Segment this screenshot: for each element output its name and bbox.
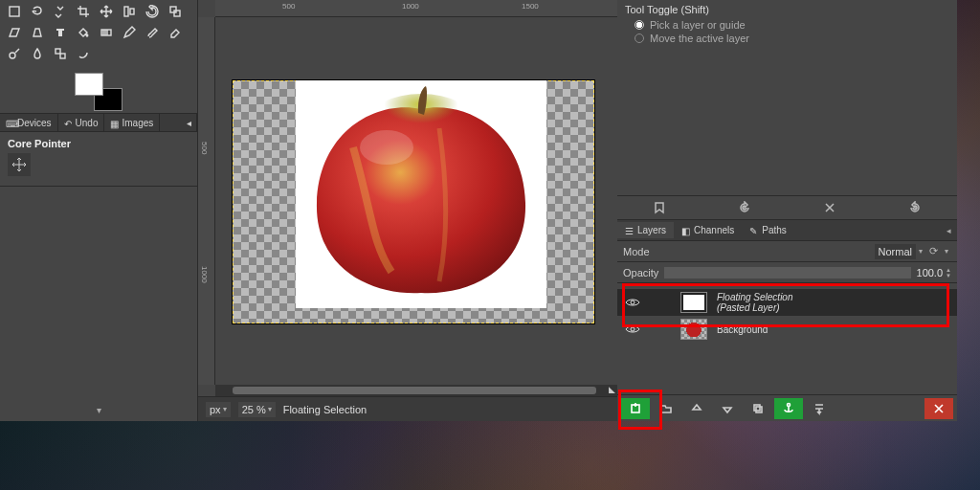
svg-rect-15: [756, 407, 762, 412]
channels-tab-label: Channels: [694, 225, 734, 235]
anchor-layer-button[interactable]: [774, 398, 803, 419]
delete-preset-button[interactable]: [788, 196, 873, 219]
layer-thumbnail[interactable]: [680, 319, 707, 340]
core-pointer-label: Core Pointer: [8, 138, 189, 149]
opacity-slider[interactable]: [664, 267, 910, 278]
save-preset-button[interactable]: [617, 196, 702, 219]
layer-row-background[interactable]: Background: [617, 316, 957, 343]
chevron-down-icon: ▾: [916, 247, 925, 256]
opacity-row: Opacity 100.0 ▲▼: [617, 262, 957, 283]
vertical-ruler[interactable]: 500 1000: [198, 17, 215, 385]
move-tool[interactable]: [96, 2, 117, 21]
tool-options: Tool Toggle (Shift) Pick a layer or guid…: [617, 0, 957, 54]
channels-icon: ◧: [681, 226, 691, 235]
layer-thumbnail[interactable]: [680, 292, 707, 313]
zoom-value: 25 %: [242, 404, 266, 415]
move-active-radio[interactable]: Move the active layer: [635, 33, 949, 44]
svg-rect-14: [754, 405, 760, 411]
visibility-toggle[interactable]: [623, 297, 642, 308]
eraser-tool[interactable]: [165, 23, 186, 42]
clone-tool[interactable]: [50, 44, 71, 63]
undo-tab[interactable]: ↶ Undo: [58, 114, 105, 131]
core-pointer-panel: Core Pointer: [0, 132, 197, 187]
rotate-tool[interactable]: [142, 2, 163, 21]
visibility-toggle[interactable]: [623, 323, 642, 335]
raise-layer-button[interactable]: [682, 398, 711, 419]
mode-label: Mode: [623, 246, 875, 257]
layer-name[interactable]: Floating Selection (Pasted Layer): [717, 292, 793, 313]
text-tool[interactable]: [50, 23, 71, 42]
opacity-spinner[interactable]: ▲▼: [946, 267, 951, 278]
unit-dropdown[interactable]: px ▾: [206, 402, 231, 417]
images-icon: ▦: [110, 119, 119, 127]
unit-value: px: [210, 404, 221, 415]
mode-swap-button[interactable]: ⟳: [925, 243, 942, 259]
undo-tab-label: Undo: [76, 118, 99, 128]
align-tool[interactable]: [119, 2, 140, 21]
duplicate-layer-button[interactable]: [744, 398, 772, 419]
move-icon[interactable]: [8, 153, 31, 176]
gimp-window: ⌨ Devices ↶ Undo ▦ Images ◂ Core Pointer…: [0, 0, 957, 421]
airbrush-tool[interactable]: [4, 44, 25, 63]
scale-tool[interactable]: [165, 2, 186, 21]
dock-menu-button[interactable]: ◂: [941, 223, 957, 238]
bucket-fill-tool[interactable]: [73, 23, 94, 42]
zoom-dropdown[interactable]: 25 % ▾: [238, 402, 276, 417]
restore-preset-button[interactable]: [702, 196, 788, 219]
svg-rect-4: [174, 11, 180, 16]
fg-color-swatch[interactable]: [75, 73, 103, 96]
panel-menu-button[interactable]: ◂: [182, 114, 197, 131]
paths-icon: ✎: [749, 226, 759, 235]
horizontal-ruler[interactable]: 500 1000 1500: [215, 0, 617, 17]
paths-tab-label: Paths: [762, 225, 787, 235]
svg-rect-0: [10, 7, 19, 16]
pencil-tool[interactable]: [119, 23, 140, 42]
pick-layer-radio[interactable]: Pick a layer or guide: [635, 19, 949, 31]
svg-rect-3: [170, 7, 176, 12]
blend-mode-row: Mode Normal ▾ ⟳ ▾: [617, 241, 957, 262]
layers-icon: ☰: [625, 226, 635, 235]
smudge-tool[interactable]: [73, 44, 94, 63]
nav-icon[interactable]: ◣: [609, 385, 615, 394]
svg-rect-8: [60, 54, 65, 58]
delete-layer-button[interactable]: [924, 398, 953, 419]
tool-options-actions: [617, 195, 957, 220]
merge-down-button[interactable]: [805, 398, 834, 419]
left-dock-configure-icon[interactable]: ▾: [0, 399, 197, 421]
layer-row-floating[interactable]: Floating Selection (Pasted Layer): [617, 289, 957, 316]
new-layer-button[interactable]: [621, 398, 650, 419]
images-tab[interactable]: ▦ Images: [104, 114, 160, 131]
lasso-tool[interactable]: [27, 2, 48, 21]
horizontal-scrollbar[interactable]: ◣: [215, 385, 617, 396]
status-text: Floating Selection: [283, 404, 367, 415]
tool-toggle-title: Tool Toggle (Shift): [625, 4, 949, 15]
devices-tab[interactable]: ⌨ Devices: [0, 114, 58, 131]
images-tab-label: Images: [122, 118, 153, 128]
crop-tool[interactable]: [73, 2, 94, 21]
channels-tab[interactable]: ◧ Channels: [674, 222, 742, 238]
reset-button[interactable]: [872, 196, 957, 219]
svg-point-12: [631, 327, 635, 331]
fuzzy-select-tool[interactable]: [50, 2, 71, 21]
svg-rect-2: [130, 9, 134, 14]
fg-bg-color-swatch[interactable]: [75, 73, 122, 111]
paintbrush-tool[interactable]: [142, 23, 163, 42]
gradient-tool[interactable]: [96, 23, 117, 42]
mode-dropdown[interactable]: Normal: [875, 244, 916, 259]
shear-tool[interactable]: [4, 23, 25, 42]
canvas[interactable]: [215, 17, 617, 385]
ink-tool[interactable]: [27, 44, 48, 63]
pasted-image[interactable]: [296, 80, 546, 308]
layers-tab[interactable]: ☰ Layers: [617, 222, 674, 238]
perspective-tool[interactable]: [27, 23, 48, 42]
move-active-label: Move the active layer: [650, 33, 749, 44]
lower-layer-button[interactable]: [713, 398, 742, 419]
devices-tab-label: Devices: [17, 118, 52, 128]
layer-name[interactable]: Background: [717, 324, 768, 335]
scrollbar-thumb[interactable]: [233, 387, 596, 394]
radio-off-icon: [635, 33, 644, 43]
rect-select-tool[interactable]: [4, 2, 25, 21]
paths-tab[interactable]: ✎ Paths: [742, 222, 794, 238]
new-group-button[interactable]: [652, 398, 680, 419]
apple-graphic: [296, 80, 546, 308]
